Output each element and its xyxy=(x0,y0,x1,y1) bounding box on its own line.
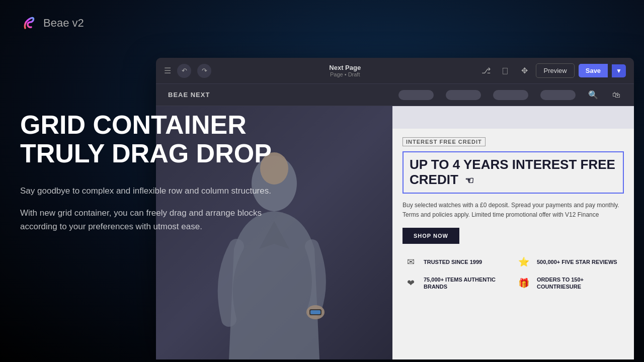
nav-link-3 xyxy=(493,90,528,100)
nav-link-2 xyxy=(446,90,481,100)
main-heading: GRID CONTAINER TRULY DRAG DROP xyxy=(20,111,272,168)
star-icon: ⭐ xyxy=(516,254,532,270)
promo-heading: UP TO 4 YEARS INTEREST FREE CREDIT ☜ xyxy=(410,157,617,188)
trust-text-2: 500,000+ FIVE STAR REVIEWS xyxy=(537,258,617,265)
store-logo: BEAE NEXT xyxy=(168,91,210,99)
trust-item-1: ✉ TRUSTED SINCE 1999 xyxy=(403,254,511,270)
nav-link-4 xyxy=(540,90,576,100)
browser-title-area: Next Page Page • Draft xyxy=(217,64,472,77)
trust-grid: ✉ TRUSTED SINCE 1999 ⭐ 500,000+ FIVE STA… xyxy=(403,254,624,291)
magic-icon[interactable]: ✥ xyxy=(517,63,532,78)
desktop-view-icon[interactable]: ⎇ xyxy=(478,63,494,78)
sub-text-1: Say goodbye to complex and inflexible ro… xyxy=(20,184,272,198)
shop-now-button[interactable]: SHOP NOW xyxy=(403,228,459,244)
logo-area: Beae v2 xyxy=(20,14,84,32)
save-dropdown-button[interactable]: ▼ xyxy=(612,64,626,77)
heading-line1: GRID CONTAINER xyxy=(20,111,272,139)
undo-button[interactable]: ↶ xyxy=(177,64,191,78)
logo-text: Beae v2 xyxy=(43,17,84,30)
beae-logo-icon xyxy=(20,14,38,32)
logo-version: v2 xyxy=(72,17,84,29)
heading-line2: TRULY DRAG DROP xyxy=(20,139,272,168)
sub-text-2: With new grid container, you can freely … xyxy=(20,206,272,233)
search-icon[interactable]: 🔍 xyxy=(588,89,599,101)
preview-button[interactable]: Preview xyxy=(536,63,574,78)
right-panel: INTEREST FREE CREDIT UP TO 4 YEARS INTER… xyxy=(392,106,634,359)
browser-page-subtitle: Page • Draft xyxy=(217,71,472,77)
right-top-dim xyxy=(392,106,634,129)
trust-item-2: ⭐ 500,000+ FIVE STAR REVIEWS xyxy=(516,254,624,270)
trust-item-3: ❤ 75,000+ ITEMS AUTHENTIC BRANDS xyxy=(403,275,511,291)
interest-label: INTEREST FREE CREDIT xyxy=(403,137,486,146)
trust-text-4: ORDERS TO 150+ COUNTRIESURE xyxy=(537,276,624,291)
promo-heading-text: UP TO 4 YEARS INTEREST FREE CREDIT xyxy=(410,157,615,187)
redo-button[interactable]: ↷ xyxy=(197,64,211,78)
shield-icon: ✉ xyxy=(403,254,419,270)
browser-actions: ⎇ ⎕ ✥ Preview Save ▼ xyxy=(478,63,626,78)
logo-name: Beae xyxy=(43,17,69,29)
promo-heading-box[interactable]: UP TO 4 YEARS INTEREST FREE CREDIT ☜ xyxy=(403,151,624,194)
cart-icon[interactable]: 🛍 xyxy=(611,89,622,101)
menu-icon[interactable]: ☰ xyxy=(164,66,171,75)
heart-icon: ❤ xyxy=(403,275,419,291)
svg-rect-4 xyxy=(310,310,320,314)
cursor-icon: ☜ xyxy=(465,175,474,187)
promo-description: Buy selected watches with a £0 deposit. … xyxy=(403,201,624,220)
nav-link-1 xyxy=(398,90,434,100)
store-nav: BEAE NEXT 🔍 🛍 xyxy=(156,84,634,106)
trust-text-3: 75,000+ ITEMS AUTHENTIC BRANDS xyxy=(424,276,511,291)
browser-chrome: ☰ ↶ ↷ Next Page Page • Draft ⎇ ⎕ ✥ Previ… xyxy=(156,58,634,84)
trust-text-1: TRUSTED SINCE 1999 xyxy=(424,258,482,265)
save-button[interactable]: Save xyxy=(579,64,608,77)
gift-icon: 🎁 xyxy=(516,275,532,291)
left-content: GRID CONTAINER TRULY DRAG DROP Say goodb… xyxy=(20,111,272,241)
trust-item-4: 🎁 ORDERS TO 150+ COUNTRIESURE xyxy=(516,275,624,291)
mobile-view-icon[interactable]: ⎕ xyxy=(498,63,513,78)
browser-page-title: Next Page xyxy=(217,64,472,71)
